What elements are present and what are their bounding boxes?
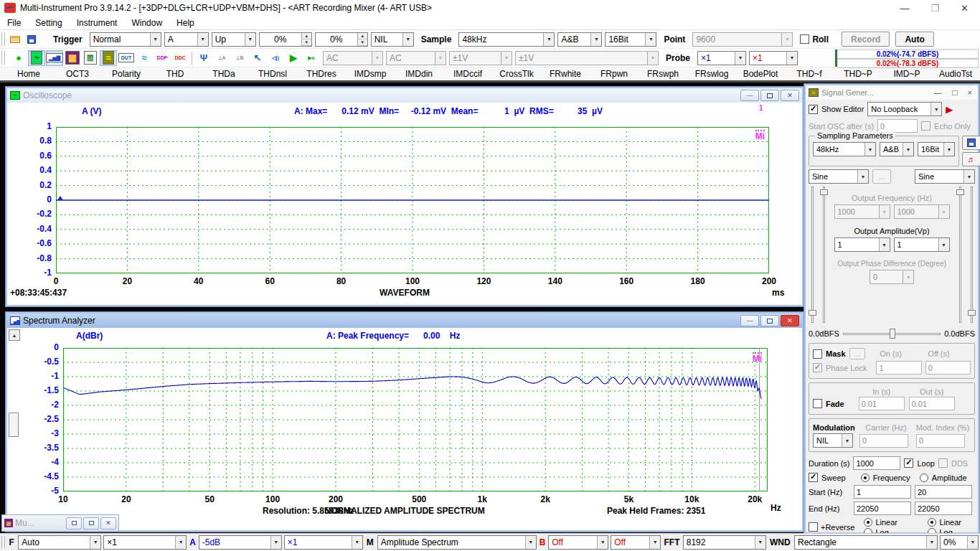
ground-b-icon[interactable]: ⊥B [231, 50, 248, 66]
trigger-delay-stepper[interactable]: 0%▲▼ [315, 32, 368, 47]
oscilloscope-icon[interactable]: ~ [28, 50, 45, 66]
chevron-down-icon[interactable]: ▼ [175, 536, 186, 549]
multimeter-icon[interactable]: ▦ [64, 50, 81, 66]
minimized-multimeter-window[interactable]: ▦ Mu... ✕ [1, 514, 119, 532]
tab-thd-f[interactable]: THD~f [785, 69, 834, 79]
tab-crosstlk[interactable]: CrossTlk [492, 69, 541, 79]
chevron-down-icon[interactable]: ▼ [649, 536, 660, 549]
ddp-icon[interactable]: DDP [154, 50, 171, 66]
chevron-down-icon[interactable]: ▼ [755, 536, 765, 549]
tab-frswlog[interactable]: FRswlog [687, 69, 736, 79]
trigger-hpf-select[interactable]: NIL▼ [371, 32, 414, 47]
fade-checkbox[interactable] [813, 399, 822, 408]
restore-icon[interactable] [760, 315, 779, 326]
tab-frwhite[interactable]: FRwhite [541, 69, 590, 79]
menu-setting[interactable]: Setting [28, 17, 69, 29]
roll-checkbox[interactable]: Roll [800, 34, 829, 44]
menu-help[interactable]: Help [169, 17, 202, 29]
probe-a-select[interactable]: ×1▼ [697, 51, 746, 65]
ground-a-icon[interactable]: ⊥A [213, 50, 230, 66]
gen-save-button[interactable] [962, 136, 980, 150]
gen-bits-select[interactable]: 16Bit▼ [918, 142, 955, 156]
sample-channels-select[interactable]: A&B▼ [557, 32, 602, 47]
minimize-icon[interactable]: — [740, 90, 759, 101]
loopback-play-icon[interactable]: ▶o [303, 50, 320, 66]
sound-device-icon[interactable]: Ψ [195, 50, 212, 66]
amplitude-slider-a-outer[interactable] [809, 187, 816, 323]
open-icon[interactable] [10, 36, 20, 43]
amplitude-slider-b-inner[interactable] [956, 187, 963, 323]
scale-a-linear-radio[interactable] [864, 518, 872, 527]
trigger-source-select[interactable]: A▼ [164, 32, 209, 47]
tab-thda[interactable]: THDa [199, 69, 248, 79]
amplitude-b-select[interactable]: 1▼ [894, 237, 950, 252]
close-button[interactable]: ✕ [961, 3, 969, 14]
balance-slider[interactable] [843, 327, 941, 340]
sweep-checkbox[interactable] [809, 473, 818, 482]
tab-thd-p[interactable]: THD~P [834, 69, 882, 79]
menu-file[interactable]: File [0, 17, 28, 29]
volume-icon[interactable]: ◁)) [267, 50, 284, 66]
derived-curve-icon[interactable]: ≈ [136, 50, 153, 66]
chevron-down-icon[interactable]: ▼ [597, 536, 608, 549]
amplitude-a-select[interactable]: 1▼ [834, 237, 890, 252]
signal-generator-icon[interactable]: ≈ [100, 50, 117, 66]
chevron-down-icon[interactable]: ▼ [270, 536, 281, 549]
b-multiplier-select[interactable]: Off▼ [611, 535, 661, 550]
save-icon[interactable] [27, 35, 36, 44]
tab-thdnsl[interactable]: THDnsl [248, 69, 297, 79]
sweep-amplitude-radio[interactable] [920, 474, 928, 482]
spectrum-analyzer-icon[interactable]: ▂▅▇ [46, 50, 63, 66]
minimize-icon[interactable]: — [934, 88, 942, 97]
spec-plot[interactable]: Mi [63, 348, 768, 491]
gen-sample-rate-select[interactable]: 48kHz▼ [813, 142, 876, 156]
trigger-edge-select[interactable]: Up▼ [212, 32, 256, 47]
spectrum-titlebar[interactable]: ▂▅▇ Spectrum Analyzer — ✕ [7, 314, 802, 328]
restore-icon[interactable] [760, 90, 779, 101]
tab-imdsmp[interactable]: IMDsmp [346, 69, 395, 79]
tab-home[interactable]: Home [4, 69, 53, 79]
device-test-plan-icon[interactable]: ≣ [82, 50, 99, 66]
sweep-end-a-input[interactable]: 22050 [854, 501, 911, 515]
scale-b-log-radio[interactable] [928, 528, 936, 533]
ddc-icon[interactable]: DDC [171, 50, 189, 66]
tab-imddin[interactable]: IMDdin [395, 69, 443, 79]
sample-rate-select[interactable]: 48kHz▼ [458, 32, 555, 47]
display-mode-select[interactable]: Amplitude Spectrum▼ [377, 535, 537, 550]
scroll-up-button[interactable]: ▲ [9, 329, 20, 341]
waveform-a-select[interactable]: Sine▼ [809, 169, 869, 184]
tab-imd-p[interactable]: IMD~P [882, 69, 931, 79]
a-range-select[interactable]: -5dB▼ [199, 535, 282, 550]
generator-play-icon[interactable]: ▶ [946, 104, 953, 115]
toolbar-grip[interactable] [1, 51, 5, 65]
signal-generator-titlebar[interactable]: ≈ Signal Gener... — × [806, 85, 978, 100]
tab-thd[interactable]: THD [151, 69, 199, 79]
scale-b-linear-radio[interactable] [928, 518, 936, 527]
window-function-select[interactable]: Rectangle▼ [794, 535, 938, 550]
chevron-down-icon[interactable]: ▼ [525, 536, 536, 549]
scale-a-log-radio[interactable] [864, 528, 872, 533]
f-range-select[interactable]: Auto▼ [18, 535, 101, 550]
sample-bits-select[interactable]: 16Bit▼ [605, 32, 656, 47]
maximize-icon[interactable] [952, 90, 958, 95]
tab-bodeplot[interactable]: BodePlot [736, 69, 785, 79]
b-range-select[interactable]: Off▼ [548, 535, 608, 550]
sweep-start-b-input[interactable]: 20 [915, 485, 972, 499]
close-icon[interactable]: ✕ [781, 90, 799, 101]
tab-polarity[interactable]: Polarity [102, 69, 151, 79]
gen-channels-select[interactable]: A&B▼ [880, 142, 914, 156]
gen-note-button[interactable]: ♬ [962, 152, 980, 166]
calibration-icon[interactable]: ↖ [249, 50, 266, 66]
chevron-down-icon[interactable]: ▼ [352, 536, 362, 549]
maximize-button[interactable]: ❐ [930, 3, 939, 14]
maximize-icon[interactable] [83, 517, 99, 529]
menu-window[interactable]: Window [124, 17, 169, 29]
oscilloscope-titlebar[interactable]: ~ Oscilloscope — ✕ [7, 88, 802, 103]
mask-checkbox[interactable] [813, 349, 822, 359]
chevron-down-icon[interactable]: ▼ [967, 536, 978, 549]
menu-instrument[interactable]: Instrument [70, 17, 125, 29]
amplitude-slider-b-outer[interactable] [968, 187, 975, 323]
toolbar-grip[interactable] [1, 536, 5, 548]
tab-imdccif[interactable]: IMDccif [443, 69, 492, 79]
auto-button[interactable]: Auto [895, 32, 933, 47]
